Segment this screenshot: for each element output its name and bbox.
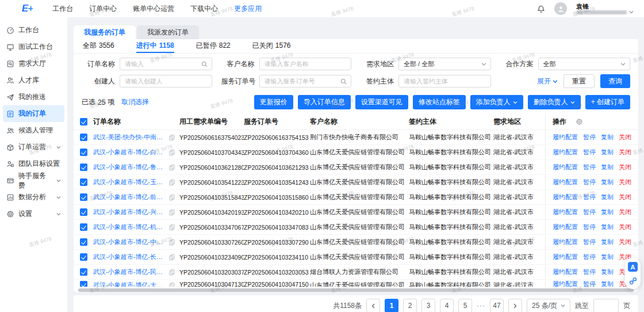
- creator-input[interactable]: [120, 75, 212, 87]
- fulfillment-config-link[interactable]: 履约配置: [553, 238, 578, 246]
- order-name-link[interactable]: 武汉-小象超市-博亿-中山公园站: [93, 238, 167, 246]
- close-link[interactable]: 关闭: [619, 148, 631, 157]
- copy-icon[interactable]: [169, 239, 175, 246]
- order-name-link[interactable]: 武汉-小象超市-博亿-前进二路站: [93, 193, 167, 201]
- sidebar-item-settings[interactable]: 设置: [3, 206, 64, 222]
- sidebar-item-my-push[interactable]: 我的推送: [3, 89, 64, 105]
- pause-link[interactable]: 暂停: [583, 133, 596, 142]
- pause-link[interactable]: 暂停: [583, 253, 596, 261]
- fulfillment-config-link[interactable]: 履约配置: [553, 268, 578, 276]
- copy-icon[interactable]: [169, 254, 175, 261]
- user-info[interactable]: 袁锋: [576, 3, 634, 14]
- service-order-no-input[interactable]: [260, 75, 351, 87]
- pause-link[interactable]: 暂停: [583, 208, 596, 216]
- pause-link[interactable]: 暂停: [583, 280, 596, 287]
- page-button-3[interactable]: 3: [421, 299, 435, 312]
- tab-my-dispatched-orders[interactable]: 我派发的订单: [137, 25, 199, 39]
- fulfillment-config-link[interactable]: 履约配置: [553, 280, 578, 287]
- copy-link[interactable]: 复制: [601, 193, 614, 201]
- region-select[interactable]: 全部 / 全部: [398, 58, 491, 70]
- translate-icon[interactable]: A: [628, 262, 638, 272]
- select-all-checkbox[interactable]: [80, 118, 87, 125]
- close-link[interactable]: 关闭: [619, 208, 631, 216]
- copy-icon[interactable]: [169, 134, 175, 141]
- sidebar-item-team-target[interactable]: 团队目标设置: [3, 155, 64, 172]
- order-name-link[interactable]: 武汉-小象超市-博亿-民族大道站: [93, 268, 167, 276]
- order-name-link[interactable]: 武汉-小象超市-博亿-兴业路站: [93, 208, 167, 216]
- fulfillment-config-link[interactable]: 履约配置: [553, 208, 578, 216]
- nav-more-apps[interactable]: 更多应用: [234, 4, 262, 14]
- sidebar-item-demand-hall[interactable]: 需求大厅: [3, 55, 64, 72]
- prev-page-button[interactable]: [366, 299, 380, 312]
- column-settings-gear-icon[interactable]: [576, 118, 583, 125]
- horizontal-scrollbar[interactable]: [78, 288, 634, 292]
- fulfillment-config-link[interactable]: 履约配置: [553, 193, 578, 201]
- row-checkbox[interactable]: [80, 268, 87, 276]
- page-button-4[interactable]: 4: [440, 299, 454, 312]
- status-filter-in-progress[interactable]: 进行中1158: [136, 39, 174, 53]
- page-size-select[interactable]: 25 条/页: [527, 299, 570, 312]
- copy-icon[interactable]: [169, 149, 175, 156]
- copy-link[interactable]: 复制: [601, 253, 614, 261]
- row-checkbox[interactable]: [80, 178, 87, 186]
- close-link[interactable]: 关闭: [619, 238, 631, 246]
- page-ellipsis[interactable]: ···: [477, 302, 485, 310]
- pause-link[interactable]: 暂停: [583, 193, 596, 201]
- link-icon[interactable]: [629, 277, 637, 285]
- row-checkbox[interactable]: [80, 208, 87, 216]
- row-checkbox[interactable]: [80, 223, 87, 231]
- copy-icon[interactable]: [169, 282, 175, 287]
- next-page-button[interactable]: [508, 299, 522, 312]
- search-button[interactable]: 查询: [600, 74, 630, 88]
- edit-site-tag-button[interactable]: 修改站点标签: [413, 95, 466, 109]
- close-link[interactable]: 关闭: [619, 133, 631, 142]
- row-checkbox[interactable]: [80, 238, 87, 246]
- order-name-link[interactable]: 武汉-小象超市-博亿-长丰站: [93, 253, 167, 261]
- sidebar-item-order-operation[interactable]: 订单运营: [3, 139, 64, 155]
- copy-icon[interactable]: [169, 224, 175, 231]
- sidebar-item-rider-fee[interactable]: 骑手服务费: [3, 172, 64, 189]
- pause-link[interactable]: 暂停: [583, 148, 596, 157]
- page-button-last[interactable]: 47: [490, 299, 504, 312]
- order-name-input[interactable]: [120, 58, 212, 70]
- order-name-link[interactable]: 武汉-美团-快办快-中南路站: [93, 133, 167, 142]
- copy-link[interactable]: 复制: [601, 148, 614, 157]
- clear-selection-link[interactable]: 取消选择: [121, 97, 149, 107]
- pause-link[interactable]: 暂停: [583, 238, 596, 246]
- channel-visible-button[interactable]: 设置渠道可见: [355, 95, 408, 109]
- page-button-5[interactable]: 5: [458, 299, 472, 312]
- sidebar-item-talent-pool[interactable]: 人才库: [3, 72, 64, 89]
- page-button-2[interactable]: 2: [403, 299, 417, 312]
- tab-my-served-orders[interactable]: 我服务的订单: [74, 25, 136, 39]
- pause-link[interactable]: 暂停: [583, 163, 596, 172]
- close-link[interactable]: 关闭: [619, 178, 631, 187]
- row-checkbox[interactable]: [80, 193, 87, 201]
- add-owner-button[interactable]: 添加负责人: [470, 95, 523, 109]
- close-link[interactable]: 关闭: [619, 223, 631, 231]
- pause-link[interactable]: 暂停: [583, 223, 596, 231]
- copy-icon[interactable]: [169, 179, 175, 186]
- order-name-link[interactable]: 武汉-小象超市-博亿-玉龙路站: [93, 178, 167, 187]
- jump-page-input[interactable]: [593, 299, 619, 312]
- sidebar-item-my-orders[interactable]: 我的订单: [3, 105, 64, 122]
- fulfillment-config-link[interactable]: 履约配置: [553, 178, 578, 187]
- row-checkbox[interactable]: [80, 253, 87, 261]
- row-checkbox[interactable]: [80, 281, 87, 287]
- copy-icon[interactable]: [169, 269, 175, 276]
- copy-icon[interactable]: [169, 209, 175, 216]
- close-link[interactable]: 关闭: [619, 193, 631, 201]
- user-avatar[interactable]: [554, 2, 567, 15]
- status-filter-all[interactable]: 全部3556: [83, 39, 114, 53]
- nav-workbench[interactable]: 工作台: [52, 4, 73, 14]
- row-checkbox[interactable]: [80, 134, 87, 141]
- row-checkbox[interactable]: [80, 149, 87, 156]
- nav-order-center[interactable]: 订单中心: [89, 4, 117, 14]
- copy-link[interactable]: 复制: [601, 163, 614, 172]
- fulfillment-config-link[interactable]: 履约配置: [553, 148, 578, 157]
- copy-link[interactable]: 复制: [601, 208, 614, 216]
- order-name-link[interactable]: 武汉-小象超市-博亿-大智路站: [93, 281, 167, 287]
- customer-name-input[interactable]: [260, 58, 351, 70]
- expand-filters-link[interactable]: 展开: [537, 77, 558, 86]
- page-button-1[interactable]: 1: [385, 299, 398, 312]
- create-order-button[interactable]: + 创建订单: [585, 95, 630, 109]
